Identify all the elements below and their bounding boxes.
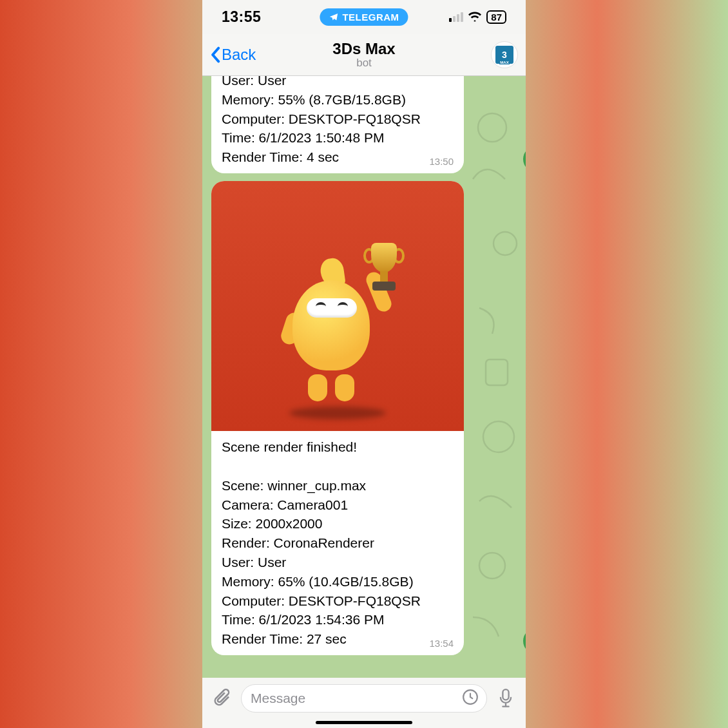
battery-indicator: 87 bbox=[486, 10, 506, 24]
trophy-icon bbox=[363, 243, 405, 301]
status-time: 13:55 bbox=[222, 8, 261, 26]
mic-button[interactable] bbox=[495, 687, 517, 709]
msg1-rendertime: Render Time: 4 sec bbox=[222, 148, 454, 167]
sticker-clock-icon bbox=[462, 689, 479, 705]
message-2-wrap: Scene render finished! Scene: winner_cup… bbox=[211, 181, 517, 655]
wifi-icon bbox=[468, 12, 481, 22]
msg2-user: User: User bbox=[222, 553, 454, 572]
back-button[interactable]: Back bbox=[210, 46, 256, 64]
msg2-size: Size: 2000x2000 bbox=[222, 514, 454, 533]
message-1-wrap: User: User Memory: 55% (8.7GB/15.8GB) Co… bbox=[211, 76, 517, 173]
back-label: Back bbox=[222, 46, 256, 64]
cellular-icon bbox=[449, 12, 463, 22]
msg2-rendertime: Render Time: 27 sec bbox=[222, 629, 454, 649]
msg2-camera: Camera: Camera001 bbox=[222, 495, 454, 515]
msg2-heading: Scene render finished! bbox=[222, 437, 454, 457]
chat-avatar[interactable]: 3 bbox=[491, 41, 518, 68]
svg-rect-6 bbox=[503, 689, 508, 700]
msg2-scene: Scene: winner_cup.max bbox=[222, 476, 454, 495]
msg1-memory: Memory: 55% (8.7GB/15.8GB) bbox=[222, 90, 454, 110]
nav-bar: Back 3Ds Max bot 3 bbox=[202, 34, 526, 76]
chevron-left-icon bbox=[210, 46, 220, 63]
msg1-computer: Computer: DESKTOP-FQ18QSR bbox=[222, 110, 454, 129]
msg2-time: Time: 6/1/2023 1:54:36 PM bbox=[222, 610, 454, 629]
telegram-pill[interactable]: TELEGRAM bbox=[320, 8, 408, 26]
msg1-timestamp: 13:50 bbox=[429, 155, 454, 168]
msg1-user: User: User bbox=[222, 76, 454, 90]
chat-subtitle: bot bbox=[332, 57, 395, 70]
msg2-computer: Computer: DESKTOP-FQ18QSR bbox=[222, 591, 454, 611]
chat-title[interactable]: 3Ds Max bbox=[332, 40, 395, 58]
phone-frame: 13:55 TELEGRAM 87 Back 3Ds Max bot 3 bbox=[202, 0, 526, 728]
sticker-button[interactable] bbox=[462, 689, 479, 709]
msg1-time: Time: 6/1/2023 1:50:48 PM bbox=[222, 128, 454, 148]
home-indicator[interactable] bbox=[316, 721, 412, 724]
status-bar: 13:55 TELEGRAM 87 bbox=[202, 0, 526, 34]
msg2-timestamp: 13:54 bbox=[429, 637, 454, 650]
mic-icon bbox=[497, 689, 514, 708]
character-with-trophy bbox=[280, 254, 396, 396]
pill-label: TELEGRAM bbox=[342, 12, 399, 23]
render-image[interactable] bbox=[211, 181, 464, 431]
message-placeholder: Message bbox=[251, 691, 305, 706]
message-1[interactable]: User: User Memory: 55% (8.7GB/15.8GB) Co… bbox=[211, 76, 464, 173]
avatar-label: 3 bbox=[495, 46, 513, 64]
telegram-icon bbox=[329, 12, 338, 22]
message-input[interactable]: Message bbox=[241, 684, 487, 713]
message-2[interactable]: Scene render finished! Scene: winner_cup… bbox=[211, 181, 464, 655]
msg2-memory: Memory: 65% (10.4GB/15.8GB) bbox=[222, 572, 454, 591]
paperclip-icon bbox=[213, 689, 232, 708]
chat-viewport[interactable]: User: User Memory: 55% (8.7GB/15.8GB) Co… bbox=[202, 76, 526, 678]
msg2-render: Render: CoronaRenderer bbox=[222, 533, 454, 553]
attach-button[interactable] bbox=[211, 687, 233, 709]
